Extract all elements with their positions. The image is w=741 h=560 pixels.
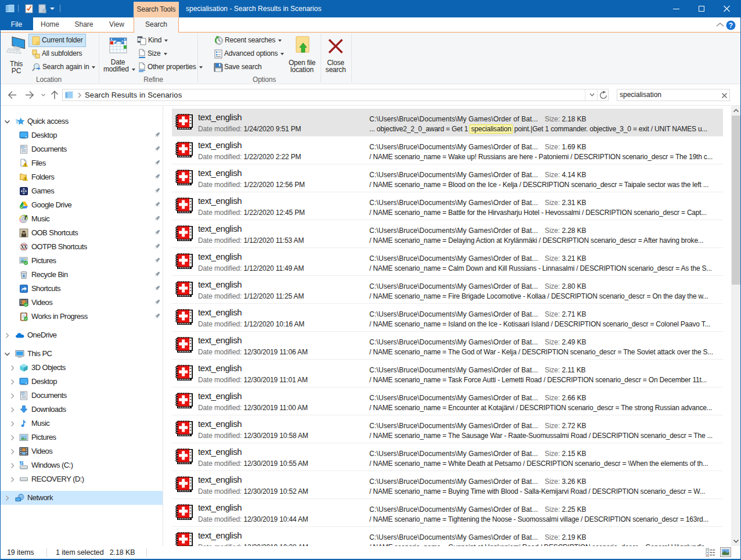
svg-text:XX: XX xyxy=(21,245,27,250)
svg-text:?: ? xyxy=(729,21,733,30)
